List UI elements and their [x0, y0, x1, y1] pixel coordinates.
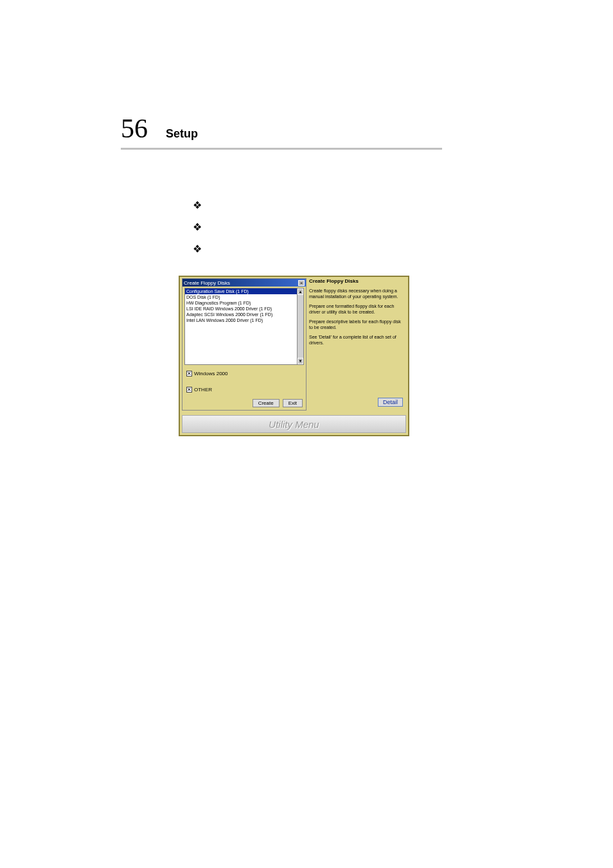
detail-button[interactable]: Detail [378, 398, 403, 407]
dialog-titlebar: Create Floppy Disks × [182, 279, 306, 287]
exit-button[interactable]: Exit [283, 399, 303, 407]
checkbox-icon[interactable]: ✕ [186, 387, 192, 393]
windows-2000-checkbox[interactable]: ✕ Windows 2000 [186, 371, 227, 376]
checkbox-icon[interactable]: ✕ [186, 371, 192, 376]
page-number: 56 [121, 113, 148, 144]
checkbox-label: OTHER [194, 387, 212, 393]
scrollbar[interactable]: ▲ ▼ [297, 288, 303, 364]
list-item[interactable]: LSI IDE RAID Windows 2000 Driver (1 FD) [185, 306, 303, 312]
list-item[interactable]: DOS Disk (1 FD) [185, 294, 303, 300]
checkbox-label: Windows 2000 [194, 371, 227, 376]
list-item[interactable]: Intel LAN Windows 2000 Driver (1 FD) [185, 317, 303, 323]
bullet-icon: ❖ [193, 222, 202, 233]
info-title: Create Floppy Disks [309, 278, 405, 284]
list-item[interactable]: HW Diagnostics Program (1 FD) [185, 300, 303, 306]
info-text: Create floppy disks necessary when doing… [309, 288, 405, 299]
utility-menu-bar[interactable]: Utility Menu [182, 415, 406, 433]
embedded-screenshot: Create Floppy Disks × Configuration Save… [179, 276, 409, 436]
other-checkbox[interactable]: ✕ OTHER [186, 387, 212, 393]
utility-menu-label: Utility Menu [269, 419, 319, 430]
close-icon[interactable]: × [298, 280, 305, 286]
create-floppy-dialog: Create Floppy Disks × Configuration Save… [182, 278, 306, 411]
scroll-down-icon[interactable]: ▼ [298, 358, 303, 364]
bullet-list: ❖ ❖ ❖ [193, 200, 202, 266]
screenshot-panel: Create Floppy Disks × Configuration Save… [180, 277, 408, 435]
dialog-buttons: Create Exit [253, 399, 303, 407]
scroll-up-icon[interactable]: ▲ [298, 288, 303, 295]
info-text: See 'Detail' for a complete list of each… [309, 334, 405, 346]
info-panel: Create Floppy Disks Create floppy disks … [309, 278, 405, 411]
page-header: 56 Setup [121, 113, 442, 150]
list-item[interactable]: Adaptec SCSI Windows 2000 Driver (1 FD) [185, 312, 303, 317]
scroll-track[interactable] [298, 295, 303, 358]
info-text: Prepare one formatted floppy disk for ea… [309, 303, 405, 315]
bullet-icon: ❖ [193, 200, 202, 211]
bullet-icon: ❖ [193, 244, 202, 254]
disk-listbox[interactable]: Configuration Save Disk (1 FD) DOS Disk … [184, 288, 304, 365]
info-text: Prepare descriptive labels for each flop… [309, 319, 405, 330]
dialog-title: Create Floppy Disks [184, 280, 230, 286]
create-button[interactable]: Create [253, 399, 280, 407]
list-item[interactable]: Configuration Save Disk (1 FD) [185, 288, 303, 294]
section-title: Setup [166, 127, 198, 141]
